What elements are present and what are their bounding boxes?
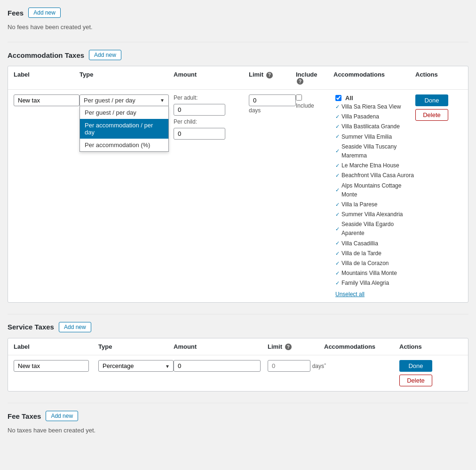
acc-check-icon-13: ✓	[335, 259, 340, 268]
per-adult-input[interactable]	[174, 104, 225, 116]
service-taxes-header: Service Taxes Add new	[8, 322, 468, 332]
include-checkbox[interactable]	[296, 94, 302, 101]
per-adult-label: Per adult:	[174, 94, 249, 101]
fee-taxes-title: Fee Taxes	[8, 412, 41, 420]
acc-item-0: ✓ Villa Sa Riera Sea View	[335, 102, 415, 111]
acc-check-icon-2: ✓	[335, 123, 340, 131]
svc-accommodations-value: -	[324, 360, 326, 367]
limit-input[interactable]	[249, 94, 296, 106]
accommodation-tax-done-button[interactable]: Done	[415, 94, 448, 106]
service-tax-done-button[interactable]: Done	[399, 360, 432, 372]
svc-col-limit-header: Limit ?	[268, 343, 324, 351]
service-taxes-add-new-button[interactable]: Add new	[59, 322, 91, 332]
col-accommodations-header: Accommodations	[333, 71, 415, 85]
acc-check-icon-6: ✓	[335, 172, 340, 180]
svc-limit-help-icon[interactable]: ?	[285, 344, 292, 350]
acc-check-icon-15: ✓	[335, 279, 340, 288]
svc-limit-cell: days	[268, 360, 324, 372]
service-tax-limit-input[interactable]	[268, 360, 310, 372]
acc-name-5: Le Marche Etna House	[341, 161, 399, 170]
acc-name-7: Alps Mountains Cottage Monte	[341, 181, 415, 199]
service-taxes-table-header: Label Type Amount Limit ? Accommodations…	[8, 338, 468, 356]
per-child-label: Per child:	[174, 118, 249, 125]
limit-input-wrapper	[249, 94, 296, 106]
acc-name-3: Summer Villa Emilia	[341, 133, 392, 141]
fee-taxes-header: Fee Taxes Add new	[8, 411, 468, 421]
acc-check-icon-1: ✓	[335, 113, 340, 121]
acc-item-1: ✓ Villa Pasadena	[335, 112, 415, 121]
separator-2	[8, 314, 468, 314]
acc-item-5: ✓ Le Marche Etna House	[335, 161, 415, 170]
fees-add-new-button[interactable]: Add new	[28, 8, 61, 18]
fees-section: Fees Add new No fees have been created y…	[8, 8, 468, 31]
accommodation-tax-delete-button[interactable]: Delete	[415, 109, 448, 121]
service-tax-amount-input[interactable]	[174, 360, 261, 372]
type-dropdown-list: Per guest / per day Per accommodation / …	[79, 106, 169, 152]
separator-3	[8, 403, 468, 403]
acc-item-11: ✓ Villa Casadillia	[335, 239, 415, 248]
service-tax-actions-cell: Done Delete	[399, 360, 446, 386]
type-option-per-accommodation-percent[interactable]: Per accommodation (%)	[80, 139, 168, 151]
acc-item-3: ✓ Summer Villa Emilia	[335, 133, 415, 141]
acc-all-checkbox[interactable]	[335, 95, 341, 101]
fees-no-items-text: No fees have been created yet.	[8, 24, 468, 31]
acc-item-13: ✓ Villa de la Corazon	[335, 259, 415, 268]
limit-days-text: days	[249, 107, 296, 114]
acc-check-icon-14: ✓	[335, 269, 340, 278]
svc-limit-days-text: days	[312, 363, 324, 369]
acc-name-0: Villa Sa Riera Sea View	[341, 102, 401, 111]
acc-name-10: Seaside Villa Egardo Aparente	[341, 220, 415, 238]
include-label: Include	[296, 102, 314, 109]
accommodation-taxes-title: Accommodation Taxes	[8, 51, 84, 59]
svc-amount-cell	[174, 360, 268, 372]
chevron-down-icon: ▼	[160, 98, 165, 103]
label-cell	[14, 94, 79, 106]
acc-check-icon-4: ✓	[335, 147, 340, 156]
acc-check-icon-10: ✓	[335, 225, 340, 234]
limit-cell: days	[249, 94, 296, 114]
acc-name-14: Mountains Villa Monte	[341, 269, 397, 278]
acc-name-15: Family Villa Alegria	[341, 279, 389, 288]
svc-accommodations-cell: -	[324, 360, 399, 367]
col-label-header: Label	[14, 71, 79, 85]
acc-name-6: Beachfront Villa Casa Aurora	[341, 171, 414, 180]
service-taxes-title: Service Taxes	[8, 323, 54, 331]
acc-item-all: All	[335, 94, 415, 102]
unselect-all-link[interactable]: Unselect all	[335, 291, 415, 298]
accommodation-taxes-table-header: Label Type Amount Limit ? Include ? Acco…	[8, 66, 468, 90]
acc-item-7: ✓ Alps Mountains Cottage Monte	[335, 181, 415, 199]
acc-name-9: Summer Villa Alexandria	[341, 210, 403, 219]
service-tax-label-input[interactable]	[14, 360, 89, 372]
acc-all-label: All	[345, 94, 353, 102]
type-dropdown-button[interactable]: Per guest / per day ▼	[79, 94, 169, 106]
service-tax-row: Percentage Fixed ▼ days -	[8, 355, 468, 391]
type-dropdown-selected: Per guest / per day	[84, 97, 135, 104]
acc-check-icon-0: ✓	[335, 103, 340, 111]
limit-help-icon[interactable]: ?	[266, 72, 273, 78]
amount-cell: Per adult: Per child:	[174, 94, 249, 140]
acc-item-8: ✓ Villa la Parese	[335, 200, 415, 209]
col-amount-header: Amount	[174, 71, 249, 85]
include-cell: Include	[296, 94, 333, 109]
acc-item-6: ✓ Beachfront Villa Casa Aurora	[335, 171, 415, 180]
service-tax-type-select[interactable]: Percentage Fixed	[98, 360, 174, 372]
acc-check-icon-11: ✓	[335, 239, 340, 248]
service-taxes-section: Service Taxes Add new Label Type Amount …	[8, 322, 468, 392]
acc-check-icon-5: ✓	[335, 162, 340, 170]
svc-col-amount-header: Amount	[174, 343, 268, 351]
acc-check-icon-3: ✓	[335, 133, 340, 141]
separator-1	[8, 42, 468, 42]
acc-name-2: Villa Bastilicata Grande	[341, 122, 400, 131]
per-child-input[interactable]	[174, 128, 225, 140]
fee-taxes-add-new-button[interactable]: Add new	[46, 411, 78, 421]
accommodation-tax-label-input[interactable]	[14, 94, 79, 106]
type-option-per-guest-per-day[interactable]: Per guest / per day	[80, 106, 168, 119]
acc-name-13: Villa de la Corazon	[341, 259, 389, 268]
svc-col-label-header: Label	[14, 343, 98, 351]
service-tax-delete-button[interactable]: Delete	[399, 375, 432, 386]
type-option-per-accommodation-per-day[interactable]: Per accommodation / per day	[80, 119, 168, 139]
acc-name-4: Seaside Villa Tuscany Maremma	[341, 142, 415, 160]
accommodation-taxes-add-new-button[interactable]: Add new	[89, 50, 121, 60]
include-help-icon[interactable]: ?	[297, 78, 303, 85]
svc-limit-input-wrapper: days	[268, 360, 324, 372]
